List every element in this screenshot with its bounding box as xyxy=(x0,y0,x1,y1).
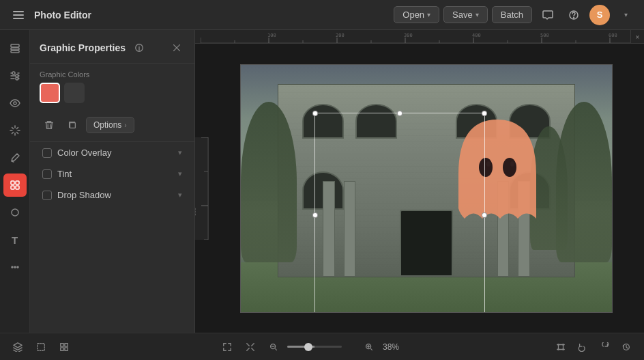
svg-point-12 xyxy=(14,266,16,268)
color-overlay-row[interactable]: Color Overlay ▾ xyxy=(33,142,192,163)
grid-icon xyxy=(59,342,69,352)
color-overlay-label: Color Overlay xyxy=(57,148,111,158)
sidebar-item-preview[interactable] xyxy=(3,92,27,115)
sidebar-item-text[interactable]: T xyxy=(3,228,27,251)
select-tool-button[interactable] xyxy=(31,337,50,357)
bottom-left xyxy=(8,337,74,357)
ruler-left: 100 200 300 xyxy=(195,137,209,240)
svg-point-62 xyxy=(557,348,559,350)
color-overlay-checkbox[interactable] xyxy=(42,148,52,158)
color-swatches xyxy=(30,83,194,111)
chat-button[interactable] xyxy=(538,5,558,25)
save-button[interactable]: Save ▾ xyxy=(443,6,488,23)
fit-screen-button[interactable] xyxy=(218,337,237,357)
drop-shadow-checkbox[interactable] xyxy=(42,191,52,200)
adjustments-icon xyxy=(10,70,20,81)
delete-icon xyxy=(44,120,54,130)
app-title: Photo Editor xyxy=(34,10,91,20)
zoom-out-icon xyxy=(269,342,278,352)
svg-point-5 xyxy=(14,102,16,105)
chevron-down-icon: ▾ xyxy=(475,11,479,18)
redo-icon xyxy=(600,342,609,352)
topbar: Photo Editor Open ▾ Save ▾ Batch S ▾ xyxy=(0,0,644,30)
drop-shadow-row[interactable]: Drop Shadow ▾ xyxy=(33,184,192,206)
svg-point-49 xyxy=(479,158,493,177)
color-swatch-secondary[interactable] xyxy=(64,83,85,103)
history-icon xyxy=(621,342,631,352)
shapes-icon xyxy=(10,207,20,218)
resize-button[interactable] xyxy=(241,337,260,357)
delete-graphic-button[interactable] xyxy=(40,115,59,135)
transform-button[interactable] xyxy=(551,337,570,357)
sidebar-item-layers[interactable] xyxy=(3,37,27,60)
zoom-in-icon xyxy=(364,342,374,352)
svg-text:100: 100 xyxy=(195,207,197,216)
redo-button[interactable] xyxy=(595,337,614,357)
ruler-top-marks: 100 200 300 400 500 xyxy=(201,31,639,43)
sidebar-item-more[interactable] xyxy=(3,255,27,279)
svg-text:300: 300 xyxy=(404,33,413,38)
svg-text:200: 200 xyxy=(336,33,345,38)
app-menu-button[interactable] xyxy=(8,5,29,25)
zoom-out-button[interactable] xyxy=(264,337,283,357)
undo-button[interactable] xyxy=(573,337,592,357)
options-button[interactable]: Options › xyxy=(86,117,134,133)
canvas-content[interactable] xyxy=(209,64,644,313)
graphics-icon xyxy=(10,180,20,191)
chat-icon xyxy=(542,10,553,20)
avatar[interactable]: S xyxy=(589,5,610,25)
history-button[interactable] xyxy=(617,337,636,357)
avatar-dropdown-button[interactable]: ▾ xyxy=(615,5,636,25)
layers-icon xyxy=(13,342,23,352)
svg-rect-7 xyxy=(16,181,19,184)
sidebar-item-effects[interactable] xyxy=(3,119,27,142)
ghost-graphic[interactable] xyxy=(445,106,551,243)
svg-point-50 xyxy=(503,158,516,177)
svg-rect-53 xyxy=(38,343,45,350)
layers-toggle-button[interactable] xyxy=(8,337,27,357)
duplicate-graphic-button[interactable] xyxy=(63,115,82,135)
svg-rect-55 xyxy=(65,343,68,346)
color-swatch-primary[interactable] xyxy=(40,83,60,103)
zoom-in-button[interactable] xyxy=(360,337,379,357)
tint-chevron: ▾ xyxy=(178,169,182,178)
panel-title: Graphic Properties xyxy=(40,42,126,53)
svg-rect-8 xyxy=(11,186,14,189)
color-overlay-chevron: ▾ xyxy=(178,148,182,157)
sidebar-item-retouch[interactable] xyxy=(3,146,27,169)
canvas-background xyxy=(241,65,612,312)
tint-checkbox[interactable] xyxy=(42,169,52,179)
panel-info-button[interactable] xyxy=(131,40,147,56)
sidebar-item-graphics[interactable] xyxy=(3,174,27,197)
topbar-center: Open ▾ Save ▾ Batch xyxy=(394,6,532,23)
open-button[interactable]: Open ▾ xyxy=(394,6,439,23)
properties-panel: Graphic Properties Graphic Colors Optio xyxy=(30,30,195,333)
svg-point-52 xyxy=(510,161,514,167)
svg-rect-4 xyxy=(11,51,19,53)
ruler-top: 100 200 300 400 500 xyxy=(195,30,644,44)
ruler-close-button[interactable]: × xyxy=(630,30,644,44)
topbar-right: S ▾ xyxy=(538,5,636,25)
eye-icon xyxy=(10,98,20,109)
svg-point-11 xyxy=(12,266,13,268)
menu-icon xyxy=(10,8,27,22)
sidebar-item-adjustments[interactable] xyxy=(3,64,27,87)
grid-toggle-button[interactable] xyxy=(55,337,74,357)
help-button[interactable] xyxy=(564,5,584,25)
panel-close-button[interactable] xyxy=(169,40,185,56)
close-icon xyxy=(172,43,181,53)
svg-rect-6 xyxy=(11,181,14,184)
svg-rect-57 xyxy=(65,347,68,350)
bottom-bar: 38% xyxy=(0,333,644,360)
zoom-percent-label: 38% xyxy=(383,342,407,352)
panel-actions: Options › xyxy=(30,111,194,142)
info-icon xyxy=(134,43,144,53)
sidebar-item-shapes[interactable] xyxy=(3,201,27,224)
tint-row[interactable]: Tint ▾ xyxy=(33,163,192,184)
svg-rect-2 xyxy=(11,44,19,47)
canvas-image[interactable] xyxy=(240,64,613,313)
zoom-slider[interactable] xyxy=(287,346,342,348)
canvas-wrapper: 100 200 300 xyxy=(195,44,644,333)
batch-button[interactable]: Batch xyxy=(492,6,532,23)
text-tool-letter: T xyxy=(12,234,18,246)
